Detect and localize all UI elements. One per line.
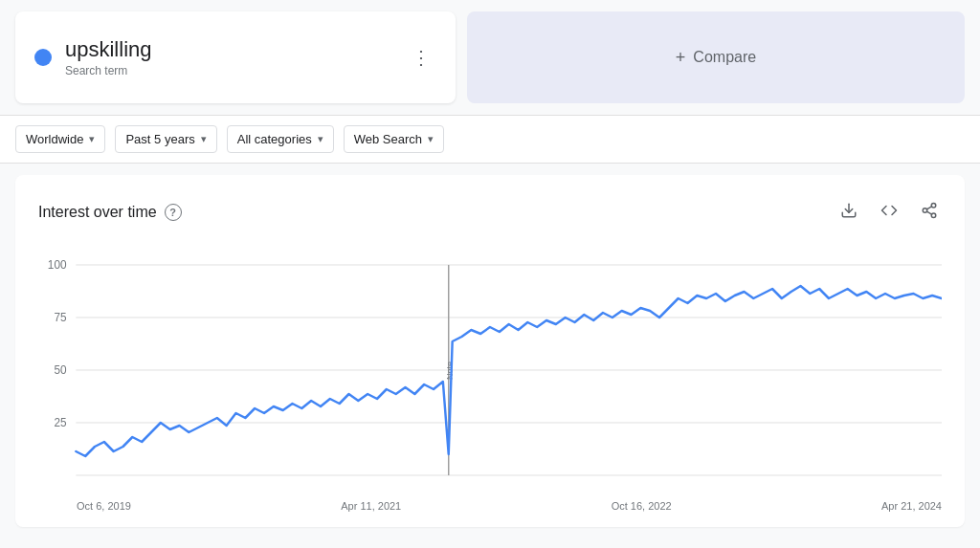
x-axis-labels: Oct 6, 2019 Apr 11, 2021 Oct 16, 2022 Ap… xyxy=(38,494,942,512)
filter-geo-chevron: ▾ xyxy=(89,133,95,145)
chart-title: Interest over time xyxy=(38,204,157,221)
compare-plus-icon: + xyxy=(676,48,686,68)
svg-text:25: 25 xyxy=(54,416,66,429)
search-term-card: upskilling Search term ⋮ xyxy=(15,11,456,103)
x-label-0: Oct 6, 2019 xyxy=(77,500,131,512)
chart-container: 100 75 50 25 Note xyxy=(38,246,942,494)
filter-type-chevron: ▾ xyxy=(428,133,434,145)
embed-icon[interactable] xyxy=(877,198,902,227)
term-name: upskilling xyxy=(65,37,152,62)
svg-text:50: 50 xyxy=(54,363,66,377)
term-label: Search term xyxy=(65,64,152,77)
compare-label: Compare xyxy=(693,49,756,66)
svg-line-4 xyxy=(926,211,931,214)
x-label-1: Apr 11, 2021 xyxy=(341,500,401,512)
filter-bar: Worldwide ▾ Past 5 years ▾ All categorie… xyxy=(0,115,980,164)
filter-type[interactable]: Web Search ▾ xyxy=(344,125,444,153)
search-term-dot xyxy=(34,49,52,66)
search-term-text: upskilling Search term xyxy=(65,37,152,77)
top-section: upskilling Search term ⋮ + Compare xyxy=(0,0,980,115)
filter-time[interactable]: Past 5 years ▾ xyxy=(115,125,216,153)
chart-title-area: Interest over time ? xyxy=(38,204,182,221)
filter-time-chevron: ▾ xyxy=(201,133,207,145)
search-term-left: upskilling Search term xyxy=(34,37,152,77)
trend-chart-svg: 100 75 50 25 Note xyxy=(38,246,942,494)
more-options-icon[interactable]: ⋮ xyxy=(406,42,436,73)
chart-section: Interest over time ? xyxy=(15,175,965,527)
help-icon[interactable]: ? xyxy=(165,204,182,221)
svg-line-5 xyxy=(926,207,931,209)
filter-geo[interactable]: Worldwide ▾ xyxy=(15,125,105,153)
x-label-3: Apr 21, 2024 xyxy=(881,500,942,512)
share-icon[interactable] xyxy=(917,198,942,227)
compare-content: + Compare xyxy=(676,48,756,68)
filter-type-label: Web Search xyxy=(354,132,422,146)
compare-card[interactable]: + Compare xyxy=(467,11,965,103)
x-label-2: Oct 16, 2022 xyxy=(612,500,672,512)
filter-geo-label: Worldwide xyxy=(26,132,83,146)
svg-text:75: 75 xyxy=(54,311,66,324)
filter-category-chevron: ▾ xyxy=(318,133,323,145)
chart-actions xyxy=(836,198,942,227)
filter-category[interactable]: All categories ▾ xyxy=(227,125,334,153)
filter-time-label: Past 5 years xyxy=(125,132,194,146)
chart-header: Interest over time ? xyxy=(38,198,942,227)
download-icon[interactable] xyxy=(836,198,861,227)
filter-category-label: All categories xyxy=(237,132,312,146)
svg-text:100: 100 xyxy=(48,258,67,272)
svg-text:Note: Note xyxy=(445,362,455,380)
